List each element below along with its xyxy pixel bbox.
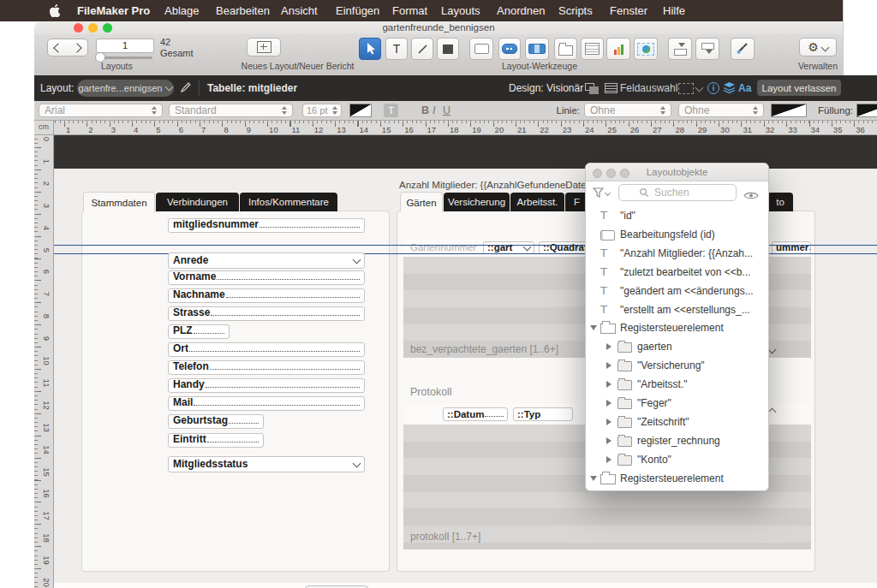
palette-item-konto[interactable]: "Konto" xyxy=(586,450,768,469)
palette-item-zuletzt-bearbeitet-von-b[interactable]: T"zuletzt bearbeitet von <<b... xyxy=(586,263,768,282)
layout-number-field[interactable]: 1 xyxy=(96,39,154,53)
manage-button[interactable]: ⚙ xyxy=(799,38,837,56)
field-handy[interactable]: Handy xyxy=(168,378,365,393)
filter-icon[interactable] xyxy=(593,187,610,198)
new-layout-button[interactable] xyxy=(247,38,281,56)
menu-item-bearbeiten[interactable]: Bearbeiten xyxy=(216,0,270,21)
edit-layout-pencil-icon[interactable] xyxy=(180,81,192,97)
italic-button[interactable]: I xyxy=(433,104,435,116)
layers-icon[interactable] xyxy=(723,81,736,98)
palette-item-erstellt-am-erstellungs[interactable]: T"erstellt am <<erstellungs_... xyxy=(586,300,768,319)
bold-button[interactable]: B xyxy=(421,104,429,116)
format-painter-tool-button[interactable] xyxy=(731,38,755,60)
field-tool-button[interactable] xyxy=(469,38,493,60)
field-ort[interactable]: Ort xyxy=(168,342,365,357)
palette-item-registersteuerelement[interactable]: Registersteuerelement xyxy=(586,469,768,488)
field-telefon[interactable]: Telefon xyxy=(168,360,365,375)
menu-item-ansicht[interactable]: Ansicht xyxy=(281,0,318,21)
design-icon[interactable] xyxy=(585,83,599,94)
part-drag-tool-button[interactable] xyxy=(695,38,719,60)
palette-item-arbeitsst[interactable]: "Arbeitsst." xyxy=(586,375,768,394)
datum-field[interactable]: ::Datum xyxy=(443,407,508,421)
palette-item-register-rechnung[interactable]: register_rechnung xyxy=(586,431,768,450)
garden-field-dropdown[interactable]: ::gart xyxy=(483,241,534,254)
underline-button[interactable]: U xyxy=(443,104,450,116)
chevron-down-icon[interactable] xyxy=(695,84,704,92)
web-viewer-tool-button[interactable] xyxy=(634,38,658,60)
palette-item-feger[interactable]: "Feger" xyxy=(586,394,768,413)
palette-item-registersteuerelement[interactable]: Registersteuerelement xyxy=(586,318,768,337)
selection-mode-icon[interactable] xyxy=(678,83,694,94)
line-tool-button[interactable] xyxy=(411,38,433,60)
shape-tool-button[interactable] xyxy=(437,38,459,60)
palette-titlebar[interactable]: Layoutobjekte xyxy=(586,163,768,181)
tab-infos-kommentare[interactable]: Infos/Kommentare xyxy=(240,193,337,211)
search-field[interactable] xyxy=(618,184,737,201)
disclosure-open-icon[interactable] xyxy=(590,476,597,481)
palette-item-gaerten[interactable]: gaerten xyxy=(586,337,768,356)
apple-icon[interactable] xyxy=(50,4,60,21)
search-input[interactable] xyxy=(653,186,716,199)
menu-item-anordnen[interactable]: Anordnen xyxy=(497,0,545,21)
ruler-unit-box[interactable]: cm xyxy=(34,120,54,135)
disclosure-closed-icon[interactable] xyxy=(606,400,612,407)
field-anrede[interactable]: Anrede xyxy=(168,252,365,269)
button-bar-tool-button[interactable] xyxy=(525,38,549,60)
line-style-select[interactable]: Ohne xyxy=(678,103,764,117)
field-picker-icon[interactable] xyxy=(605,83,617,93)
next-layout-icon[interactable] xyxy=(72,43,81,52)
palette-item-anzahl-mitglieder-anzah[interactable]: T"Anzahl Mitglieder: {{Anzah... xyxy=(586,244,768,263)
typ-field[interactable]: ::Typ xyxy=(513,407,573,421)
palette-item-geändert-am-änderungs[interactable]: T"geändert am <<änderungs... xyxy=(586,282,768,300)
palette-item-versicherung[interactable]: "Versicherung" xyxy=(586,356,768,375)
fill-color-swatch[interactable] xyxy=(856,104,877,117)
text-format-aa-icon[interactable]: Aa xyxy=(738,82,751,94)
palette-item-zeitschrift[interactable]: "Zeitschrift" xyxy=(586,413,768,431)
tab-gärten[interactable]: Gärten xyxy=(400,192,443,212)
field-plz[interactable]: PLZ xyxy=(168,324,230,339)
menu-item-scripts[interactable]: Scripts xyxy=(558,0,593,21)
field-drag-tool-button[interactable] xyxy=(668,38,692,60)
tab-verbindungen[interactable]: Verbindungen xyxy=(156,193,239,211)
disclosure-closed-icon[interactable] xyxy=(606,343,612,350)
number-field-fragment[interactable]: ummer xyxy=(772,241,811,254)
field-strasse[interactable]: Strasse xyxy=(168,306,365,321)
tab-arbeitsst[interactable]: Arbeitsst. xyxy=(510,193,564,211)
text-color-swatch[interactable] xyxy=(349,104,372,117)
field-nachname[interactable]: Nachname xyxy=(168,288,365,303)
eye-icon[interactable] xyxy=(743,188,759,204)
font-size-select[interactable]: 16 pt xyxy=(302,104,342,117)
selection-tool-button[interactable] xyxy=(359,38,381,60)
layout-selector[interactable]: gartenfre...ennigsen xyxy=(77,80,174,97)
menu-item-filemaker-pro[interactable]: FileMaker Pro xyxy=(77,0,150,21)
palette-item-bearbeitungsfeld-id[interactable]: Bearbeitungsfeld (id) xyxy=(586,225,768,244)
line-width-select[interactable]: Ohne xyxy=(584,103,671,117)
field-vorname[interactable]: Vorname xyxy=(168,270,365,285)
menu-item-layouts[interactable]: Layouts xyxy=(441,0,480,21)
tab-versicherung[interactable]: Versicherung xyxy=(444,193,510,211)
tab-fragment[interactable]: to xyxy=(767,193,793,211)
menu-item-hilfe[interactable]: Hilfe xyxy=(663,0,685,21)
font-select[interactable]: Arial xyxy=(39,104,163,117)
field-geburtstag[interactable]: Geburtstag xyxy=(168,414,264,429)
layout-nav-buttons[interactable] xyxy=(47,39,88,56)
menu-item-ablage[interactable]: Ablage xyxy=(164,0,199,21)
menu-item-fenster[interactable]: Fenster xyxy=(610,0,647,21)
style-select[interactable]: Standard xyxy=(169,104,293,117)
portal-tool-button[interactable] xyxy=(581,38,604,60)
field-mail[interactable]: Mail xyxy=(168,396,365,411)
menu-item-einfügen[interactable]: Einfügen xyxy=(336,0,379,21)
exit-layout-button[interactable]: Layout verlassen xyxy=(757,80,841,96)
palette-item-id[interactable]: T"id" xyxy=(586,206,768,225)
button-tool-button[interactable] xyxy=(498,38,521,60)
tab-control-tool-button[interactable] xyxy=(554,38,577,60)
info-icon[interactable]: i xyxy=(707,82,719,94)
text-style-T-button[interactable]: T xyxy=(384,104,398,117)
line-color-swatch[interactable] xyxy=(771,104,807,117)
field-eintritt[interactable]: Eintritt xyxy=(168,433,264,448)
field-mitgliedsnummer[interactable]: mitgliedsnummer xyxy=(168,218,365,233)
disclosure-open-icon[interactable] xyxy=(590,325,597,330)
previous-layout-icon[interactable] xyxy=(53,43,63,52)
chart-tool-button[interactable] xyxy=(606,38,630,60)
disclosure-closed-icon[interactable] xyxy=(606,381,612,388)
